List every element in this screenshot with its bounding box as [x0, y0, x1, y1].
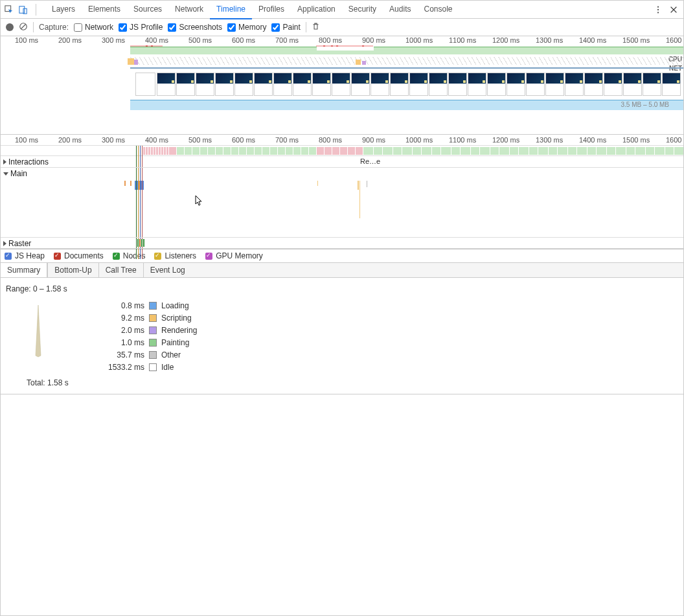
device-toolbar-icon[interactable]: [19, 5, 28, 14]
frame-segment[interactable]: [239, 147, 246, 155]
screenshot-thumb[interactable]: [526, 73, 545, 96]
frame-segment[interactable]: [325, 147, 332, 155]
frame-segment[interactable]: [143, 147, 145, 155]
screenshot-thumb[interactable]: [584, 73, 603, 96]
frame-segment[interactable]: [159, 147, 161, 155]
frame-segment[interactable]: [151, 147, 153, 155]
tab-sources[interactable]: Sources: [127, 0, 168, 19]
screenshot-thumb[interactable]: [565, 73, 584, 96]
tab-console[interactable]: Console: [417, 0, 459, 19]
frame-segment[interactable]: [413, 147, 421, 155]
frame-segment[interactable]: [597, 147, 606, 155]
screenshot-thumb[interactable]: [662, 73, 681, 96]
screenshot-thumb[interactable]: [234, 73, 253, 96]
frame-segment[interactable]: [309, 147, 316, 155]
frame-segment[interactable]: [356, 147, 363, 155]
mem-legend-documents[interactable]: Documents: [54, 251, 104, 260]
screenshot-thumb[interactable]: [254, 73, 273, 96]
frame-segment[interactable]: [626, 147, 635, 155]
mem-legend-js_heap[interactable]: JS Heap: [5, 251, 45, 260]
frame-segment[interactable]: [278, 147, 285, 155]
frame-segment[interactable]: [655, 147, 665, 155]
frame-segment[interactable]: [402, 147, 412, 155]
screenshot-thumb[interactable]: [390, 73, 409, 96]
overview-panel[interactable]: 100 ms200 ms300 ms400 ms500 ms600 ms700 …: [1, 36, 683, 135]
tab-profiles[interactable]: Profiles: [252, 0, 291, 19]
frame-segment[interactable]: [156, 147, 158, 155]
frame-segment[interactable]: [587, 147, 596, 155]
frame-segment[interactable]: [216, 147, 223, 155]
mem-legend-gpu[interactable]: GPU Memory: [205, 251, 263, 260]
frame-segment[interactable]: [568, 147, 576, 155]
capture-network-checkbox[interactable]: Network: [74, 23, 113, 32]
frame-segment[interactable]: [529, 147, 538, 155]
frame-segment[interactable]: [646, 147, 654, 155]
frame-segment[interactable]: [146, 147, 148, 155]
screenshot-thumb[interactable]: [545, 73, 564, 96]
screenshot-thumb[interactable]: [370, 73, 389, 96]
screenshot-thumb[interactable]: [604, 73, 622, 96]
screenshot-thumb[interactable]: [312, 73, 331, 96]
frame-segment[interactable]: [490, 147, 499, 155]
frame-segment[interactable]: [223, 147, 231, 155]
mem-legend-listeners[interactable]: Listeners: [154, 251, 196, 260]
screenshot-thumb[interactable]: [176, 73, 195, 96]
frame-segment[interactable]: [185, 147, 192, 155]
frame-segment[interactable]: [538, 147, 548, 155]
frame-segment[interactable]: [616, 147, 626, 155]
frame-segment[interactable]: [348, 147, 355, 155]
screenshot-thumb[interactable]: [507, 73, 525, 96]
screenshot-thumb[interactable]: [643, 73, 661, 96]
frame-segment[interactable]: [422, 147, 431, 155]
screenshot-thumb[interactable]: [623, 73, 642, 96]
screenshot-thumb[interactable]: [468, 73, 486, 96]
frame-segment[interactable]: [363, 147, 373, 155]
frame-segment[interactable]: [166, 147, 168, 155]
frame-segment[interactable]: [374, 147, 382, 155]
frame-segment[interactable]: [674, 147, 684, 155]
capture-screenshots-checkbox[interactable]: Screenshots: [168, 23, 222, 32]
tab-audits[interactable]: Audits: [383, 0, 417, 19]
tab-network[interactable]: Network: [168, 0, 210, 19]
frame-segment[interactable]: [255, 147, 262, 155]
clear-recording-icon[interactable]: [19, 22, 28, 33]
track-raster[interactable]: Raster: [1, 238, 683, 249]
frame-segment[interactable]: [340, 147, 347, 155]
screenshot-thumb[interactable]: [487, 73, 506, 96]
frame-segment[interactable]: [286, 147, 293, 155]
frame-segment[interactable]: [332, 147, 339, 155]
frame-segment[interactable]: [549, 147, 557, 155]
garbage-collect-icon[interactable]: [312, 22, 320, 33]
track-interactions[interactable]: Interactions Re…e: [1, 156, 683, 168]
frame-segment[interactable]: [383, 147, 393, 155]
frame-segment[interactable]: [499, 147, 509, 155]
tab-security[interactable]: Security: [342, 0, 383, 19]
frame-segment[interactable]: [231, 147, 238, 155]
frame-segment[interactable]: [293, 147, 301, 155]
frame-segment[interactable]: [441, 147, 451, 155]
tab-elements[interactable]: Elements: [82, 0, 127, 19]
frame-segment[interactable]: [471, 147, 479, 155]
frame-segment[interactable]: [161, 147, 163, 155]
frame-segment[interactable]: [262, 147, 269, 155]
frame-segment[interactable]: [208, 147, 215, 155]
frame-segment[interactable]: [461, 147, 470, 155]
screenshot-thumb[interactable]: [215, 73, 234, 96]
frame-segment[interactable]: [480, 147, 490, 155]
frame-segment[interactable]: [519, 147, 529, 155]
frame-segment[interactable]: [510, 147, 518, 155]
more-menu-icon[interactable]: [654, 5, 663, 14]
screenshot-thumb[interactable]: [429, 73, 448, 96]
screenshot-thumb[interactable]: [448, 73, 467, 96]
flame-ruler[interactable]: 100 ms200 ms300 ms400 ms500 ms600 ms700 …: [1, 135, 683, 146]
screenshot-thumb[interactable]: [409, 73, 428, 96]
frame-segment[interactable]: [154, 147, 155, 155]
frame-segment[interactable]: [451, 147, 460, 155]
frame-segment[interactable]: [558, 147, 567, 155]
frame-segment[interactable]: [432, 147, 440, 155]
frame-segment[interactable]: [148, 147, 150, 155]
screenshot-thumb[interactable]: [351, 73, 370, 96]
overview-ruler[interactable]: 100 ms200 ms300 ms400 ms500 ms600 ms700 …: [1, 36, 683, 47]
frame-segment[interactable]: [665, 147, 674, 155]
details-tab-summary[interactable]: Summary: [1, 263, 47, 277]
